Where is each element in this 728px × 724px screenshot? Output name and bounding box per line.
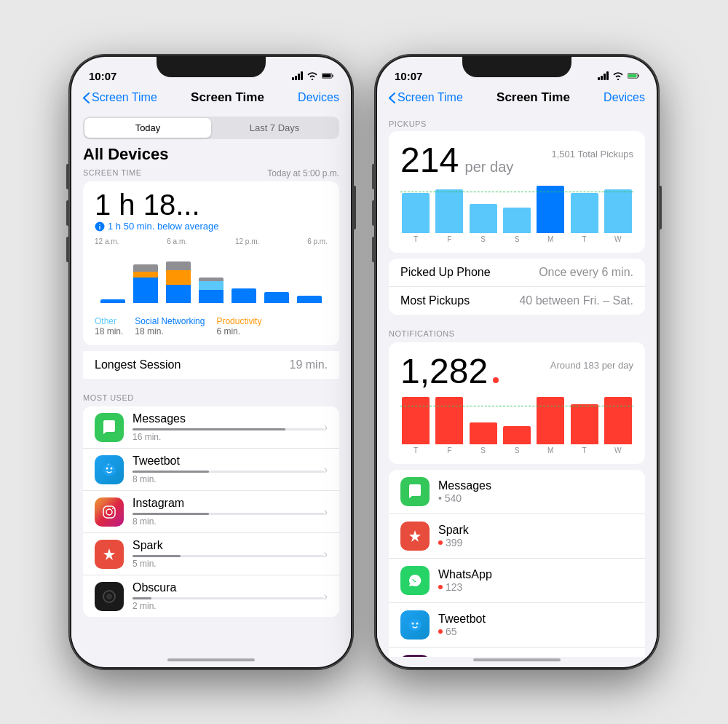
- cat-prod-name: Productivity: [216, 316, 261, 326]
- time-card: 1 h 18... i 1 h 50 min. below average 12…: [83, 181, 339, 345]
- all-devices-title: All Devices: [83, 145, 339, 164]
- screen-time-date: Today at 5:00 p.m.: [267, 168, 339, 178]
- obscura-bar: [132, 597, 324, 599]
- picked-up-value: Once every 6 min.: [539, 266, 633, 279]
- tweetbot-name: Tweetbot: [132, 455, 324, 468]
- svg-point-20: [416, 623, 419, 625]
- tweetbot-time: 8 min.: [132, 474, 324, 484]
- bar-group-5: [229, 248, 259, 303]
- info-icon: i: [95, 221, 105, 232]
- notif-summary: 1,282 Around 183 per day: [400, 351, 633, 391]
- app-row-instagram[interactable]: Instagram 8 min. ›: [83, 491, 339, 533]
- usage-bars: [95, 248, 328, 303]
- home-indicator-left: [167, 658, 255, 661]
- cat-other-time: 18 min.: [95, 326, 123, 337]
- most-pickups-value: 40 between Fri. – Sat.: [519, 294, 633, 307]
- notif-row-slack[interactable]: Slack: [389, 648, 645, 657]
- messages-svg: [100, 419, 118, 436]
- notif-messages-icon: [400, 477, 430, 506]
- obscura-name: Obscura: [132, 581, 324, 594]
- notif-tweetbot-icon: [400, 610, 430, 640]
- notif-total: 1,282: [400, 352, 488, 390]
- last7days-tab[interactable]: Last 7 Days: [211, 118, 338, 138]
- notif-bars: [400, 397, 633, 444]
- pickup-bars: [400, 186, 633, 233]
- notif-spark-name: Spark: [438, 524, 633, 537]
- cat-social-time: 18 min.: [135, 326, 205, 337]
- messages-icon: [95, 413, 124, 442]
- svg-marker-11: [103, 548, 115, 560]
- messages-bar: [132, 428, 324, 430]
- notif-avg-line: [400, 406, 633, 406]
- devices-button-right[interactable]: Devices: [604, 91, 645, 104]
- notif-row-whatsapp[interactable]: WhatsApp 123: [389, 559, 645, 603]
- nav-bar-left: Screen Time Screen Time Devices: [71, 89, 351, 111]
- notif-row-messages[interactable]: Messages • 540: [389, 470, 645, 514]
- pickups-avg-line: [400, 192, 633, 192]
- back-button-left[interactable]: Screen Time: [83, 91, 157, 104]
- notifications-chart: T F S S M T W: [400, 397, 633, 455]
- chart-labels: 12 a.m. 6 a.m. 12 p.m. 6 p.m.: [95, 237, 328, 245]
- longest-session-row: Longest Session 19 min.: [83, 351, 339, 379]
- screen-content-left: Today Last 7 Days All Devices SCREEN TIM…: [71, 111, 351, 657]
- today-tab[interactable]: Today: [84, 118, 211, 138]
- notifications-header: NOTIFICATIONS: [377, 320, 657, 342]
- messages-chevron: ›: [324, 421, 328, 434]
- svg-rect-15: [638, 74, 638, 76]
- svg-text:i: i: [99, 224, 101, 231]
- pickup-day-labels: T F S S M T W: [400, 235, 633, 243]
- back-button-right[interactable]: Screen Time: [389, 91, 463, 104]
- tweetbot-chevron: ›: [324, 463, 328, 476]
- bar-group-4: [196, 248, 226, 303]
- pickups-chart: T F S S M T W: [400, 186, 633, 244]
- screen-content-right: PICKUPS 214 per day 1,501 Total Pickups: [377, 111, 657, 657]
- instagram-info: Instagram 8 min.: [132, 497, 324, 527]
- svg-rect-16: [628, 74, 637, 77]
- instagram-bar: [132, 513, 324, 515]
- pickup-stats-card: Picked Up Phone Once every 6 min. Most P…: [389, 259, 645, 315]
- right-phone: 10:07: [375, 55, 659, 669]
- notif-tweetbot-info: Tweetbot 65: [438, 613, 633, 637]
- messages-name: Messages: [132, 412, 324, 425]
- bar-group-1: [98, 248, 128, 303]
- picked-up-label: Picked Up Phone: [400, 266, 491, 279]
- most-used-list: Messages 16 min. ›: [83, 406, 339, 617]
- pickups-summary: 214 per day 1,501 Total Pickups: [400, 140, 633, 180]
- segmented-control[interactable]: Today Last 7 Days: [83, 117, 339, 139]
- svg-point-18: [408, 619, 422, 631]
- notif-row-tweetbot[interactable]: Tweetbot 65: [389, 603, 645, 648]
- spark-name-left: Spark: [132, 539, 324, 552]
- obscura-svg: [101, 589, 117, 605]
- bar-group-7: [294, 248, 325, 303]
- obscura-time: 2 min.: [132, 601, 324, 611]
- pickups-unit: per day: [465, 159, 514, 175]
- devices-button-left[interactable]: Devices: [298, 91, 339, 104]
- wifi-icon-right: [612, 71, 624, 80]
- notif-row-spark[interactable]: Spark 399: [389, 514, 645, 559]
- cat-prod-time: 6 min.: [216, 326, 261, 337]
- svg-point-7: [111, 467, 113, 469]
- svg-rect-2: [323, 74, 331, 77]
- spark-svg-left: [101, 546, 117, 562]
- bar-group-6: [261, 248, 292, 303]
- back-label-left: Screen Time: [92, 91, 157, 104]
- obscura-icon: [95, 582, 124, 611]
- most-pickups-label: Most Pickups: [400, 294, 470, 307]
- notif-whatsapp-count: 123: [446, 581, 462, 593]
- pickups-card: 214 per day 1,501 Total Pickups: [389, 131, 645, 253]
- app-row-spark-left[interactable]: Spark 5 min. ›: [83, 533, 339, 575]
- app-row-messages[interactable]: Messages 16 min. ›: [83, 406, 339, 449]
- svg-point-9: [106, 509, 112, 515]
- notif-tweetbot-count: 65: [446, 626, 457, 637]
- back-label-right: Screen Time: [397, 91, 463, 104]
- pickups-per-day: 214: [400, 141, 459, 179]
- tweetbot-bar: [132, 471, 324, 473]
- app-row-obscura[interactable]: Obscura 2 min. ›: [83, 575, 339, 617]
- app-row-tweetbot[interactable]: Tweetbot 8 min. ›: [83, 449, 339, 491]
- svg-point-19: [412, 623, 414, 625]
- svg-marker-17: [409, 530, 421, 542]
- cat-social-name: Social Networking: [135, 316, 205, 326]
- below-avg-text: 1 h 50 min. below average: [108, 221, 218, 232]
- wifi-icon: [306, 71, 318, 80]
- messages-time: 16 min.: [132, 432, 324, 442]
